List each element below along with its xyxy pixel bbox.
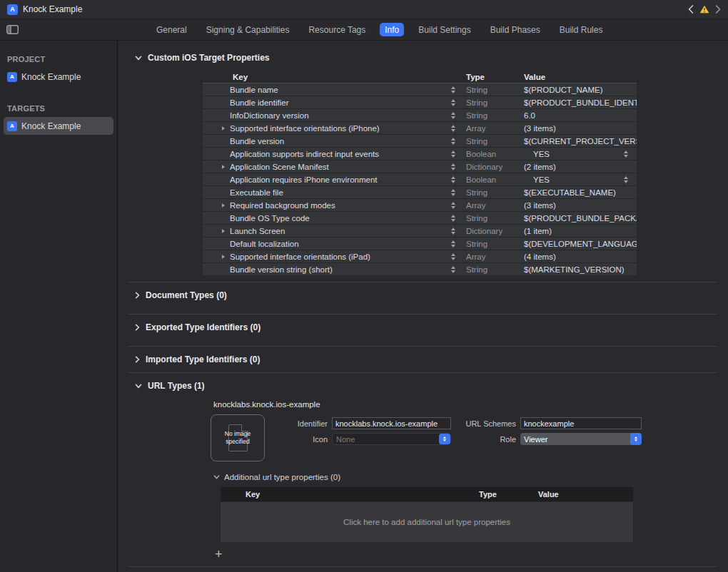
add-url-property-hint: Click here to add additional url type pr…	[343, 518, 510, 526]
section-header-collapsed[interactable]: Exported Type Identifiers (0)	[118, 315, 728, 340]
forward-chevron-icon[interactable]	[715, 5, 721, 14]
additional-properties-disclosure[interactable]: Additional url type properties (0)	[213, 473, 728, 481]
value-stepper-icon[interactable]	[624, 176, 628, 183]
target-item-label: Knock Example	[21, 121, 81, 131]
warning-icon[interactable]	[699, 5, 709, 14]
property-value[interactable]: (1 item)	[520, 225, 637, 238]
property-value[interactable]: (4 items)	[520, 250, 637, 263]
identifier-input[interactable]	[332, 417, 451, 429]
icon-image-well[interactable]: No image specified	[211, 414, 265, 461]
section-header-custom-properties[interactable]: Custom iOS Target Properties	[118, 41, 728, 71]
editor-tab[interactable]: Info	[380, 23, 404, 36]
property-row[interactable]: Launch Screen Dictionary (1 item)	[203, 225, 637, 238]
property-value[interactable]: $(CURRENT_PROJECT_VERS	[520, 135, 637, 148]
property-row[interactable]: Bundle identifier String $(PRODUCT_BUNDL…	[203, 96, 637, 109]
sidebar-item-project[interactable]: A Knock Example	[4, 68, 113, 86]
disclosure-chevron-icon[interactable]	[222, 126, 225, 131]
property-row[interactable]: Application requires iPhone environment …	[203, 173, 637, 186]
url-type-item: knocklabs.knock.ios-example No image spe…	[118, 400, 728, 562]
key-stepper-icon[interactable]	[451, 176, 455, 183]
role-dropdown-value: Viewer	[520, 435, 630, 444]
editor-tab[interactable]: Build Rules	[555, 23, 608, 36]
property-value[interactable]: $(PRODUCT_NAME)	[520, 83, 637, 96]
property-key: Required background modes	[230, 201, 445, 210]
property-value[interactable]: $(DEVELOPMENT_LANGUAGI	[520, 238, 637, 250]
property-key: Default localization	[230, 240, 445, 248]
property-value[interactable]: $(PRODUCT_BUNDLE_PACKA	[520, 212, 637, 225]
property-row[interactable]: Bundle name String $(PRODUCT_NAME)	[203, 83, 637, 96]
property-value-text: YES	[533, 175, 550, 184]
disclosure-chevron-icon[interactable]	[222, 255, 225, 259]
role-dropdown[interactable]: Viewer	[520, 433, 642, 445]
role-label: Role	[455, 435, 516, 444]
back-chevron-icon[interactable]	[688, 5, 694, 14]
section-header-url-types[interactable]: URL Types (1)	[118, 373, 728, 399]
add-url-property-area[interactable]: Click here to add additional url type pr…	[221, 502, 633, 542]
key-stepper-icon[interactable]	[451, 150, 455, 158]
editor-tab[interactable]: Resource Tags	[303, 23, 370, 36]
property-row[interactable]: Supported interface orientations (iPad) …	[203, 250, 637, 263]
property-value[interactable]: YES	[520, 173, 637, 186]
property-row[interactable]: Default localization String $(DEVELOPMEN…	[203, 238, 637, 250]
sidebar-toggle-icon[interactable]	[6, 25, 19, 34]
icon-dropdown[interactable]: None	[332, 433, 451, 445]
property-value[interactable]: (2 items)	[520, 160, 637, 173]
sidebar-item-target[interactable]: A Knock Example	[4, 117, 113, 135]
dropdown-arrows-icon	[630, 433, 642, 445]
editor-tab[interactable]: Build Phases	[485, 23, 545, 36]
custom-properties-table: Key Type Value Bundle name String $(PR	[203, 71, 637, 276]
key-stepper-icon[interactable]	[451, 125, 455, 132]
property-row[interactable]: Required background modes Array (3 items…	[203, 199, 637, 212]
key-stepper-icon[interactable]	[451, 266, 455, 273]
disclosure-chevron-icon[interactable]	[222, 165, 225, 169]
add-url-type-button[interactable]: +	[211, 546, 227, 562]
property-value[interactable]: $(MARKETING_VERSION)	[520, 263, 637, 276]
key-stepper-icon[interactable]	[451, 163, 455, 170]
property-row[interactable]: InfoDictionary version String 6.0	[203, 109, 637, 122]
property-value-text: (2 items)	[524, 163, 556, 171]
editor-tab[interactable]: General	[151, 23, 192, 36]
property-key: Supported interface orientations (iPhone…	[230, 124, 445, 133]
editor-tab[interactable]: Signing & Capabilities	[201, 23, 295, 36]
key-stepper-icon[interactable]	[451, 240, 455, 247]
key-stepper-icon[interactable]	[451, 189, 455, 196]
key-stepper-icon[interactable]	[451, 99, 455, 106]
section-header-collapsed[interactable]: Imported Type Identifiers (0)	[118, 347, 728, 372]
value-stepper-icon[interactable]	[624, 150, 628, 158]
property-row[interactable]: Supported interface orientations (iPhone…	[203, 122, 637, 135]
url-schemes-input[interactable]	[520, 417, 642, 429]
table-body: Bundle name String $(PRODUCT_NAME) Bundl…	[203, 83, 637, 276]
key-stepper-icon[interactable]	[451, 253, 455, 260]
key-stepper-icon[interactable]	[451, 202, 455, 209]
disclosure-chevron-icon[interactable]	[222, 203, 225, 208]
property-row[interactable]: Application supports indirect input even…	[203, 148, 637, 160]
property-row[interactable]: Executable file String $(EXECUTABLE_NAME…	[203, 186, 637, 199]
key-stepper-icon[interactable]	[451, 228, 455, 235]
additional-properties-title: Additional url type properties (0)	[224, 473, 340, 481]
property-value[interactable]: YES	[520, 148, 637, 160]
key-stepper-icon[interactable]	[451, 138, 455, 145]
property-row[interactable]: Application Scene Manifest Dictionary (2…	[203, 160, 637, 173]
key-stepper-icon[interactable]	[451, 112, 455, 119]
section-header-collapsed[interactable]: Document Types (0)	[118, 282, 728, 308]
property-key: Bundle version string (short)	[230, 265, 445, 274]
property-type: String	[462, 111, 520, 120]
section-title: Custom iOS Target Properties	[148, 53, 269, 63]
property-key: Executable file	[230, 188, 445, 197]
property-value[interactable]: 6.0	[520, 109, 637, 122]
property-value[interactable]: $(EXECUTABLE_NAME)	[520, 186, 637, 199]
editor-tab[interactable]: Build Settings	[413, 23, 475, 36]
property-value[interactable]: (3 items)	[520, 199, 637, 212]
property-row[interactable]: Bundle version String $(CURRENT_PROJECT_…	[203, 135, 637, 148]
property-value[interactable]: (3 items)	[520, 122, 637, 135]
property-value-text: 6.0	[524, 111, 535, 120]
property-value[interactable]: $(PRODUCT_BUNDLE_IDENT	[520, 96, 637, 109]
disclosure-chevron-icon[interactable]	[222, 229, 225, 233]
property-value-text: (4 items)	[524, 252, 556, 261]
property-row[interactable]: Bundle OS Type code String $(PRODUCT_BUN…	[203, 212, 637, 225]
key-stepper-icon[interactable]	[451, 86, 455, 93]
property-row[interactable]: Bundle version string (short) String $(M…	[203, 263, 637, 276]
key-stepper-icon[interactable]	[451, 215, 455, 222]
property-type: Dictionary	[462, 163, 520, 171]
property-key: Application requires iPhone environment	[230, 175, 445, 184]
